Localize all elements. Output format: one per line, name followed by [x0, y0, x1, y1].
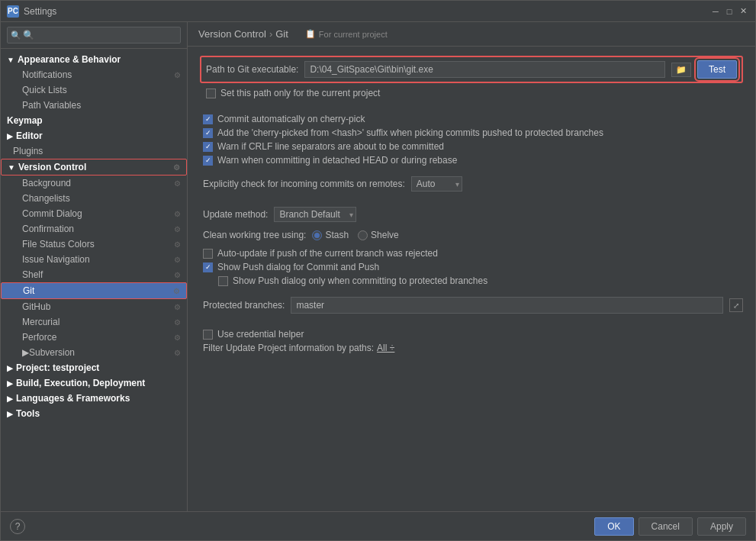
search-input[interactable] [7, 27, 181, 43]
sidebar-label-file-status-colors: File Status Colors [22, 239, 95, 250]
clean-tree-row: Clean working tree using: Stash Shelve [200, 230, 743, 240]
auto-update-checkbox[interactable] [203, 249, 213, 259]
sidebar-item-appearance[interactable]: ▼ Appearance & Behavior [1, 52, 187, 67]
warn-detached-label: Warn when committing in detached HEAD or… [217, 155, 457, 166]
show-push-protected-checkbox[interactable] [218, 276, 228, 286]
sidebar-label-shelf: Shelf [22, 269, 43, 280]
sidebar: 🔍 ▼ Appearance & Behavior Notifications … [1, 22, 188, 511]
sidebar-label-tools: Tools [16, 408, 40, 419]
search-box: 🔍 [1, 22, 187, 49]
expand-icon-editor: ▶ [7, 132, 13, 140]
settings-icon-issue: ⚙ [174, 256, 181, 264]
sidebar-item-perforce[interactable]: Perforce ⚙ [1, 330, 187, 345]
show-push-checkbox[interactable] [203, 262, 213, 272]
expand-icon: ▼ [7, 56, 14, 64]
credential-helper-checkbox[interactable] [203, 330, 213, 340]
sidebar-item-path-variables[interactable]: Path Variables [1, 98, 187, 113]
settings-icon-github: ⚙ [174, 303, 181, 311]
apply-button[interactable]: Apply [697, 517, 746, 536]
stash-radio-item[interactable]: Stash [312, 230, 349, 240]
window-controls: ─ □ ✕ [709, 5, 749, 18]
protected-branches-input[interactable] [291, 297, 723, 314]
close-button[interactable]: ✕ [737, 5, 749, 18]
shelve-radio-item[interactable]: Shelve [358, 230, 399, 240]
minimize-button[interactable]: ─ [709, 5, 722, 18]
protected-branches-label: Protected branches: [203, 300, 285, 311]
sidebar-item-editor[interactable]: ▶ Editor [1, 128, 187, 143]
warn-crlf-row: Warn if CRLF line separators are about t… [200, 141, 743, 152]
shelve-radio[interactable] [358, 230, 368, 240]
set-path-row: Set this path only for the current proje… [200, 88, 743, 98]
warn-crlf-checkbox[interactable] [203, 142, 213, 152]
settings-icon-bg: ⚙ [174, 179, 181, 188]
sidebar-label-mercurial: Mercurial [22, 317, 60, 327]
check-incoming-dropdown-wrapper: Auto Always Never [411, 176, 462, 192]
git-exec-label: Path to Git executable: [206, 64, 298, 75]
protected-branches-row: Protected branches: ⤢ [200, 297, 743, 314]
sidebar-item-issue-navigation[interactable]: Issue Navigation ⚙ [1, 252, 187, 267]
test-button[interactable]: Test [697, 60, 737, 79]
sidebar-item-languages[interactable]: ▶ Languages & Frameworks [1, 391, 187, 406]
sidebar-item-subversion[interactable]: ▶ Subversion ⚙ [1, 345, 187, 360]
sidebar-item-build[interactable]: ▶ Build, Execution, Deployment [1, 375, 187, 391]
sidebar-item-plugins[interactable]: Plugins [1, 143, 187, 159]
warn-crlf-label: Warn if CRLF line separators are about t… [217, 141, 444, 152]
stash-radio[interactable] [312, 230, 322, 240]
expand-icon-lang: ▶ [7, 394, 13, 403]
warn-detached-row: Warn when committing in detached HEAD or… [200, 155, 743, 166]
sidebar-item-shelf[interactable]: Shelf ⚙ [1, 267, 187, 282]
folder-button[interactable]: 📁 [671, 63, 691, 77]
settings-icon-git: ⚙ [173, 287, 180, 295]
cancel-button[interactable]: Cancel [639, 517, 693, 536]
commit-cherry-label: Commit automatically on cherry-pick [217, 114, 365, 124]
sidebar-label-github: GitHub [22, 301, 50, 312]
app-icon: PC [7, 5, 19, 18]
help-button[interactable]: ? [10, 519, 25, 534]
sidebar-item-tools[interactable]: ▶ Tools [1, 406, 187, 421]
for-project-icon: 📋 [305, 29, 316, 39]
set-path-checkbox[interactable] [206, 89, 216, 98]
sidebar-item-changelists[interactable]: Changelists [1, 191, 187, 206]
filter-update-value[interactable]: All ÷ [377, 343, 394, 353]
sidebar-item-git[interactable]: Git ⚙ [1, 282, 187, 299]
expand-icon-build: ▶ [7, 379, 13, 388]
sidebar-label-keymap: Keymap [7, 115, 43, 126]
sidebar-item-commit-dialog[interactable]: Commit Dialog ⚙ [1, 206, 187, 221]
ok-button[interactable]: OK [594, 517, 633, 536]
commit-cherry-checkbox[interactable] [203, 114, 213, 124]
sidebar-item-background[interactable]: Background ⚙ [1, 176, 187, 191]
sidebar-label-issue-navigation: Issue Navigation [22, 254, 90, 265]
sidebar-item-notifications[interactable]: Notifications ⚙ [1, 67, 187, 82]
sidebar-label-quick-lists: Quick Lists [22, 85, 67, 95]
sidebar-item-project[interactable]: ▶ Project: testproject [1, 360, 187, 375]
shelve-label: Shelve [371, 230, 399, 240]
warn-detached-checkbox[interactable] [203, 156, 213, 166]
sidebar-item-quick-lists[interactable]: Quick Lists [1, 82, 187, 98]
bottom-bar: ? OK Cancel Apply [1, 511, 755, 540]
check-incoming-select[interactable]: Auto Always Never [411, 176, 462, 192]
sidebar-item-file-status-colors[interactable]: File Status Colors ⚙ [1, 237, 187, 252]
sidebar-label-confirmation: Confirmation [22, 224, 74, 234]
show-push-protected-label: Show Push dialog only when committing to… [233, 275, 487, 286]
protected-expand-button[interactable]: ⤢ [729, 298, 743, 312]
sidebar-label-notifications: Notifications [22, 69, 72, 80]
sidebar-item-github[interactable]: GitHub ⚙ [1, 299, 187, 314]
settings-icon-perforce: ⚙ [174, 333, 181, 342]
sidebar-item-mercurial[interactable]: Mercurial ⚙ [1, 314, 187, 330]
update-method-dropdown-wrapper: Branch Default Merge Rebase [274, 207, 356, 222]
auto-update-row: Auto-update if push of the current branc… [200, 248, 743, 259]
sidebar-item-keymap[interactable]: Keymap [1, 113, 187, 128]
update-method-select[interactable]: Branch Default Merge Rebase [274, 207, 356, 222]
sidebar-label-git: Git [23, 285, 34, 296]
settings-icon-svn: ⚙ [174, 349, 181, 357]
show-push-label: Show Push dialog for Commit and Push [217, 262, 379, 272]
sidebar-item-confirmation[interactable]: Confirmation ⚙ [1, 221, 187, 237]
git-executable-row: Path to Git executable: 📁 Test [200, 56, 743, 83]
sidebar-label-background: Background [22, 178, 71, 188]
git-exec-input[interactable] [304, 61, 665, 78]
maximize-button[interactable]: □ [723, 5, 735, 18]
cherry-suffix-checkbox[interactable] [203, 128, 213, 138]
settings-icon-fsc: ⚙ [174, 240, 181, 249]
sidebar-label-perforce: Perforce [22, 332, 56, 343]
sidebar-item-version-control[interactable]: ▼ Version Control ⚙ [1, 159, 187, 176]
